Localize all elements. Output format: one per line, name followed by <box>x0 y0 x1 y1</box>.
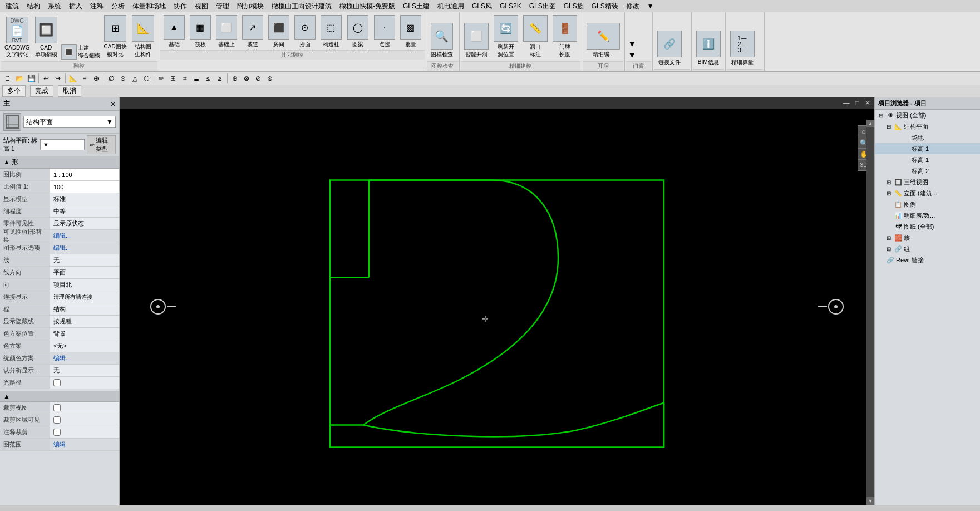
menu-collaborate[interactable]: 协作 <box>170 1 190 12</box>
btn-tool-5[interactable]: ✏ <box>156 73 167 84</box>
btn-multiple[interactable]: 多个 <box>2 85 26 97</box>
btn-align-4[interactable]: ⊛ <box>264 73 275 84</box>
btn-batch-slab[interactable]: ▩ 批量建板 <box>398 13 423 50</box>
tree-3d-views[interactable]: ⊞ 🔲 三维视图 <box>875 176 980 188</box>
tree-legends[interactable]: ⊞ 📋 图例 <box>875 199 980 210</box>
tree-site[interactable]: ⊟ 场地 <box>875 132 980 143</box>
btn-align-3[interactable]: ⊘ <box>253 73 264 84</box>
menu-systems[interactable]: 系统 <box>45 1 65 12</box>
tree-level1[interactable]: ⊟ 标高 1 <box>875 143 980 154</box>
btn-civil-comprehensive[interactable]: 🔳 土建综合翻模 <box>60 43 101 60</box>
canvas-close[interactable]: ✕ <box>863 99 872 107</box>
btn-link-file[interactable]: 🔗 链接文件 <box>655 29 684 68</box>
btn-pick-slab[interactable]: · 点选建板 <box>372 13 397 50</box>
sun-path-checkbox[interactable] <box>53 379 61 386</box>
tree-revit-links[interactable]: ⊟ 🔗 Revit 链接 <box>875 254 980 266</box>
tree-elevations[interactable]: ⊞ 📏 立面 (建筑... <box>875 188 980 199</box>
menu-modify[interactable]: 修改 <box>623 1 643 12</box>
btn-construct-column[interactable]: ⬚ 构造柱过梁 <box>318 13 344 50</box>
btn-redo[interactable]: ↪ <box>52 73 63 84</box>
crop-visible-checkbox[interactable] <box>53 416 61 424</box>
menu-olive-arch[interactable]: 橄榄山正向设计建筑 <box>268 1 335 12</box>
btn-smart-opening[interactable]: ⬜ 智能开洞 <box>462 21 491 60</box>
properties-section-header[interactable]: ▲ 形 <box>0 156 119 169</box>
menu-gls-interior[interactable]: GLS精装 <box>588 1 622 12</box>
btn-snap[interactable]: ⊕ <box>91 73 102 84</box>
nav-left[interactable] <box>150 299 176 315</box>
tree-level1b[interactable]: ⊟ 标高 1 <box>875 154 980 165</box>
menu-mep[interactable]: 机电通用 <box>434 1 467 12</box>
floor-dropdown[interactable]: ▼ <box>40 139 85 150</box>
btn-door-length[interactable]: 🚪 门牌长度 <box>550 13 579 60</box>
btn-undo[interactable]: ↩ <box>41 73 52 84</box>
menu-structure[interactable]: 结构 <box>23 1 43 12</box>
btn-cad-block[interactable]: ⊞ CAD图块模对比 <box>102 13 129 60</box>
menu-gls-2k[interactable]: GLS2K <box>496 1 525 12</box>
btn-raft-layer[interactable]: ▦ 筏板垫层 <box>188 13 213 50</box>
tree-schedules[interactable]: ⊞ 📊 明细表/数... <box>875 210 980 221</box>
btn-fine-edit[interactable]: ✏️ 精细编... <box>584 21 622 60</box>
btn-new[interactable]: 🗋 <box>2 73 13 84</box>
canvas-maximize[interactable]: □ <box>854 99 861 107</box>
btn-bim-info[interactable]: ℹ️ BIM信息 <box>694 29 723 68</box>
btn-opening-mark[interactable]: 📏 洞口标注 <box>521 13 550 60</box>
btn-tool-1[interactable]: ∅ <box>106 73 117 84</box>
btn-tool-6[interactable]: ⊞ <box>168 73 179 84</box>
btn-tool-8[interactable]: ≣ <box>191 73 202 84</box>
canvas-scrollbar-v[interactable]: ▲ ▼ <box>866 120 874 505</box>
btn-measure[interactable]: 📐 <box>67 73 78 84</box>
menu-gls-civil[interactable]: GLS土建 <box>400 1 433 12</box>
tree-groups[interactable]: ⊞ 🔗 组 <box>875 243 980 254</box>
btn-tool-4[interactable]: ⬡ <box>141 73 152 84</box>
btn-open[interactable]: 📂 <box>14 73 25 84</box>
btn-ramp[interactable]: ↗ 坡道初装 <box>240 13 265 50</box>
btn-tool-7[interactable]: ⌗ <box>179 73 190 84</box>
crop-view-checkbox[interactable] <box>53 404 61 411</box>
btn-refresh-opening[interactable]: 🔄 刷新开洞位置 <box>491 13 520 60</box>
btn-cad-single[interactable]: 🔲 CAD单项翻模 <box>33 15 60 60</box>
menu-extra[interactable]: ▼ <box>644 1 657 12</box>
menu-gls-output[interactable]: GLS出图 <box>526 1 559 12</box>
btn-arrow-down-1[interactable]: ▼ <box>627 39 637 49</box>
btn-tool-2[interactable]: ⊙ <box>117 73 129 84</box>
btn-align-2[interactable]: ⊗ <box>241 73 252 84</box>
menu-massing[interactable]: 体量和场地 <box>129 1 169 12</box>
canvas-minimize[interactable]: — <box>841 99 851 107</box>
tree-sheets[interactable]: ⊞ 🗺 图纸 (全部) <box>875 221 980 232</box>
annot-crop-checkbox[interactable] <box>53 429 61 436</box>
menu-insert[interactable]: 插入 <box>66 1 86 12</box>
btn-caddwg[interactable]: DWG 📄 RVT CADDWG文字转化 <box>2 15 32 60</box>
menu-analyze[interactable]: 分析 <box>108 1 128 12</box>
tree-level2[interactable]: ⊟ 标高 2 <box>875 165 980 176</box>
canvas-content[interactable]: ✛ ⌂ 🔍 ✋ 3D ▲ ▼ <box>120 109 874 505</box>
btn-room-floor[interactable]: ⬛ 房间建面层 <box>266 13 292 50</box>
close-icon[interactable]: ✕ <box>110 100 116 108</box>
btn-thin-lines[interactable]: ≡ <box>79 73 90 84</box>
btn-tool-9[interactable]: ≤ <box>203 73 214 84</box>
btn-foundation-column[interactable]: ⬜ 基础上建柱 <box>214 13 239 50</box>
btn-align-1[interactable]: ⊕ <box>229 73 240 84</box>
btn-model-check[interactable]: 🔍 图模检查 <box>429 21 455 60</box>
section2-header[interactable]: ▲ <box>0 391 119 402</box>
nav-right[interactable] <box>818 299 844 315</box>
menu-gls-wind[interactable]: GLS风 <box>469 1 495 12</box>
tree-structural-plan[interactable]: ⊟ 📐 结构平面 <box>875 121 980 132</box>
menu-manage[interactable]: 管理 <box>213 1 233 12</box>
btn-cancel[interactable]: 取消 <box>58 85 81 97</box>
menu-gls-family[interactable]: GLS族 <box>560 1 587 12</box>
scroll-up[interactable]: ▲ <box>866 120 874 127</box>
view-type-dropdown[interactable]: 结构平面 ▼ <box>23 116 116 128</box>
scroll-down[interactable]: ▼ <box>866 497 874 505</box>
btn-foundation-slope[interactable]: ▲ 基础找坡 <box>161 13 187 50</box>
btn-struct-gen[interactable]: 📐 结构图生构件 <box>130 13 156 60</box>
menu-olive-quick[interactable]: 橄榄山快模-免费版 <box>336 1 398 12</box>
menu-addins[interactable]: 附加模块 <box>234 1 267 12</box>
btn-round-beam[interactable]: ◯ 圆梁砌体排布 <box>344 13 371 50</box>
btn-save[interactable]: 💾 <box>26 73 37 84</box>
menu-annotate[interactable]: 注释 <box>87 1 107 12</box>
btn-quantity[interactable]: 1—2—3— 精细算量 <box>728 29 757 68</box>
menu-view[interactable]: 视图 <box>191 1 211 12</box>
tree-views-all[interactable]: ⊟ 👁 视图 (全部) <box>875 110 980 121</box>
btn-tool-10[interactable]: ≥ <box>214 73 225 84</box>
menu-architecture[interactable]: 建筑 <box>2 1 22 12</box>
